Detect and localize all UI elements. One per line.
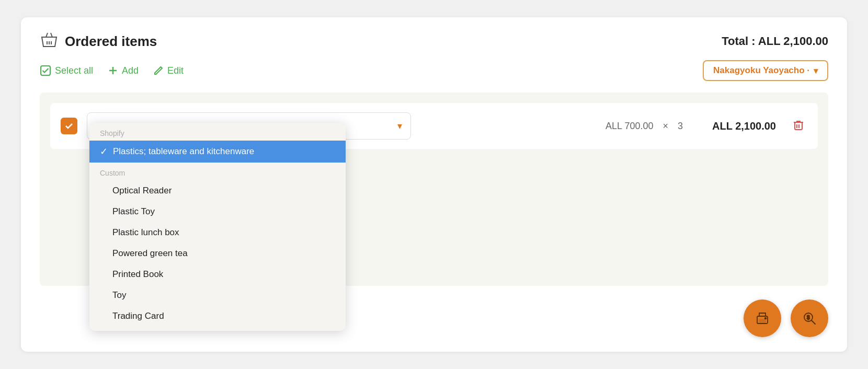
chevron-down-icon: ▾ (814, 66, 818, 76)
dropdown-item-powered-green-tea[interactable]: Powered green tea (89, 243, 346, 264)
multiply-symbol: × (663, 121, 668, 132)
custom-section-label: Custom (89, 163, 346, 180)
check-icon (64, 121, 74, 131)
location-dropdown[interactable]: Nakagyoku Yaoyacho · ▾ (703, 60, 828, 81)
dropdown-item-plastic-lunch-box[interactable]: Plastic lunch box (89, 222, 346, 243)
search-price-icon: $ (801, 310, 818, 327)
location-label: Nakagyoku Yaoyacho · (713, 65, 809, 76)
dropdown-item-label: Printed Book (112, 269, 163, 279)
checkbox-checked-icon (40, 65, 51, 76)
toolbar-row: Select all Add Edit Nakagyoku Yaoyacho · (40, 60, 828, 81)
plus-icon (108, 65, 118, 76)
selected-check-icon: ✓ (100, 146, 108, 157)
total-label: Total : ALL 2,100.00 (722, 34, 828, 48)
select-all-button[interactable]: Select all (40, 65, 93, 76)
edit-button[interactable]: Edit (153, 65, 184, 76)
dropdown-item-toy[interactable]: Toy (89, 285, 346, 306)
svg-rect-10 (759, 319, 766, 324)
dropdown-item-label: Plastic lunch box (112, 227, 179, 237)
select-all-label: Select all (55, 65, 93, 76)
basket-icon (40, 32, 59, 51)
dropdown-item-label: Optical Reader (112, 186, 172, 195)
dropdown-item-selected[interactable]: ✓ Plastics; tableware and kitchenware (89, 141, 346, 163)
add-button[interactable]: Add (108, 65, 139, 76)
delete-button[interactable] (790, 117, 807, 136)
dropdown-item-label: Plastic Toy (112, 206, 155, 216)
print-icon (754, 310, 771, 327)
svg-point-11 (765, 318, 767, 319)
quantity: 3 (678, 121, 683, 132)
dropdown-item-label: Trading Card (112, 311, 164, 321)
dropdown-item-printed-book[interactable]: Printed Book (89, 264, 346, 285)
dropdown-item-optical-reader[interactable]: Optical Reader (89, 180, 346, 201)
print-button[interactable] (744, 299, 781, 337)
chevron-down-icon: ▾ (397, 120, 402, 132)
edit-label: Edit (167, 65, 184, 76)
unit-price: ALL 700.00 (606, 121, 653, 132)
item-total: ALL 2,100.00 (692, 120, 776, 132)
edit-icon (153, 65, 164, 76)
header-left: Ordered items (40, 32, 157, 51)
fab-container: $ (744, 299, 828, 337)
dropdown-item-trading-card[interactable]: Trading Card (89, 306, 346, 327)
shopify-section-label: Shopify (89, 123, 346, 141)
svg-line-13 (812, 320, 815, 324)
dropdown-item-plastic-toy[interactable]: Plastic Toy (89, 201, 346, 222)
add-label: Add (122, 65, 139, 76)
svg-text:$: $ (807, 315, 810, 320)
main-card: Ordered items Total : ALL 2,100.00 Selec… (21, 17, 847, 352)
page-title: Ordered items (65, 33, 157, 50)
item-checkbox[interactable] (61, 118, 77, 134)
selected-item-label: Plastics; tableware and kitchenware (113, 146, 254, 157)
header-row: Ordered items Total : ALL 2,100.00 (40, 32, 828, 51)
toolbar-left: Select all Add Edit (40, 65, 184, 76)
dropdown-item-label: Powered green tea (112, 248, 188, 258)
trash-icon (792, 119, 805, 132)
price-section: ALL 700.00 × 3 ALL 2,100.00 (606, 117, 807, 136)
content-area: ▾ ALL 700.00 × 3 ALL 2,100.00 (40, 93, 828, 286)
search-price-button[interactable]: $ (791, 299, 828, 337)
dropdown-menu: Shopify ✓ Plastics; tableware and kitche… (89, 123, 346, 331)
dropdown-item-label: Toy (112, 290, 126, 300)
